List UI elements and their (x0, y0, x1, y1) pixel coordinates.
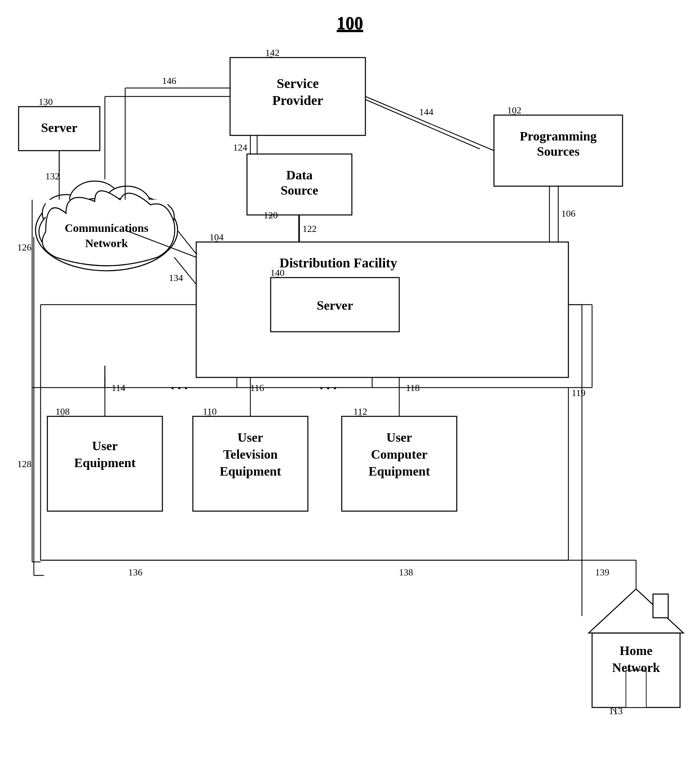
svg-text:Service: Service (277, 76, 319, 91)
svg-text:108: 108 (55, 406, 70, 417)
svg-text:126: 126 (17, 242, 31, 252)
svg-text:112: 112 (353, 406, 367, 417)
svg-text:122: 122 (303, 224, 317, 234)
svg-text:Sources: Sources (537, 144, 579, 158)
svg-text:Server: Server (41, 121, 77, 135)
svg-text:Communications: Communications (64, 222, 148, 234)
svg-marker-77 (589, 589, 683, 633)
svg-text:114: 114 (111, 382, 126, 393)
svg-line-84 (366, 96, 494, 151)
svg-text:Programming: Programming (520, 129, 596, 143)
svg-text:144: 144 (419, 107, 433, 117)
svg-text:Home: Home (620, 644, 652, 658)
svg-text:Network: Network (85, 237, 128, 249)
diagram: 100 (0, 0, 700, 765)
svg-text:Network: Network (612, 660, 660, 675)
svg-text:118: 118 (406, 382, 420, 393)
svg-text:Equipment: Equipment (220, 464, 281, 478)
svg-text:130: 130 (39, 96, 53, 107)
svg-text:Provider: Provider (272, 93, 323, 108)
svg-text:119: 119 (572, 387, 585, 398)
svg-rect-79 (626, 670, 646, 707)
svg-text:138: 138 (399, 567, 413, 578)
svg-text:104: 104 (209, 232, 224, 242)
svg-text:120: 120 (264, 210, 278, 220)
svg-text:Equipment: Equipment (369, 464, 430, 478)
svg-text:Source: Source (281, 183, 318, 197)
svg-text:Television: Television (223, 447, 278, 461)
svg-text:Distribution Facility: Distribution Facility (279, 255, 397, 271)
svg-text:106: 106 (561, 208, 576, 219)
svg-text:142: 142 (265, 47, 279, 58)
svg-text:128: 128 (17, 459, 31, 469)
svg-text:Equipment: Equipment (74, 456, 136, 470)
svg-text:110: 110 (203, 406, 217, 417)
svg-rect-78 (653, 594, 668, 618)
svg-text:100: 100 (337, 13, 363, 33)
svg-text:116: 116 (250, 382, 264, 393)
svg-text:102: 102 (507, 105, 521, 115)
svg-text:. . .: . . . (171, 377, 188, 392)
svg-text:124: 124 (233, 142, 247, 153)
svg-text:136: 136 (128, 567, 143, 578)
svg-text:Computer: Computer (371, 447, 428, 461)
svg-text:134: 134 (169, 272, 183, 283)
svg-text:113: 113 (609, 706, 623, 716)
full-diagram: .diag-text { font-family: 'Times New Rom… (0, 0, 700, 765)
svg-text:132: 132 (46, 171, 60, 181)
svg-text:139: 139 (595, 567, 609, 578)
svg-text:Data: Data (286, 168, 312, 182)
svg-text:User: User (237, 430, 263, 444)
svg-text:. . .: . . . (320, 377, 337, 392)
svg-text:User: User (92, 439, 118, 453)
svg-text:Server: Server (317, 298, 353, 312)
svg-text:140: 140 (270, 268, 284, 278)
svg-text:User: User (386, 430, 412, 444)
svg-text:146: 146 (162, 76, 176, 86)
